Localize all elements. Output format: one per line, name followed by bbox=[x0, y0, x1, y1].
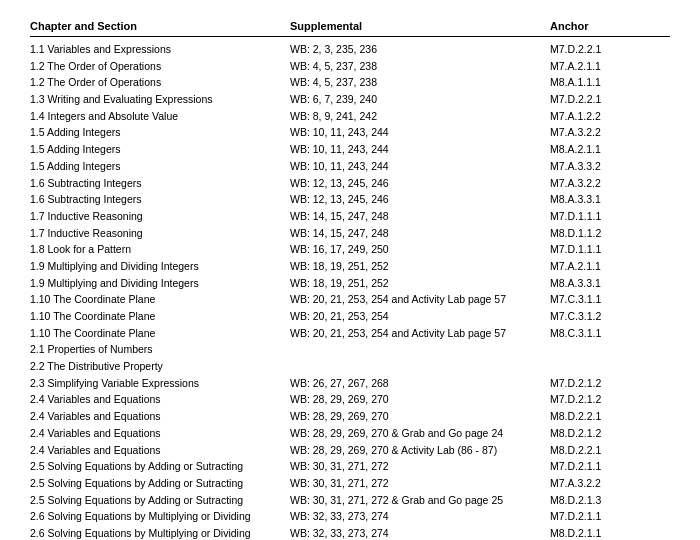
supplemental-cell: WB: 2, 3, 235, 236 bbox=[290, 42, 550, 57]
anchor-cell: M7.D.1.1.1 bbox=[550, 209, 670, 224]
chapter-cell: 1.1 Variables and Expressions bbox=[30, 42, 290, 57]
anchor-header: Anchor bbox=[550, 20, 670, 32]
chapter-cell: 1.7 Inductive Reasoning bbox=[30, 209, 290, 224]
supplemental-cell: WB: 30, 31, 271, 272 bbox=[290, 459, 550, 474]
anchor-cell: M7.D.2.2.1 bbox=[550, 92, 670, 107]
supplemental-cell: WB: 8, 9, 241, 242 bbox=[290, 109, 550, 124]
chapter-cell: 2.4 Variables and Equations bbox=[30, 426, 290, 441]
supplemental-cell: WB: 32, 33, 273, 274 bbox=[290, 509, 550, 524]
supplemental-cell: WB: 12, 13, 245, 246 bbox=[290, 192, 550, 207]
supplemental-cell: WB: 32, 33, 273, 274 bbox=[290, 526, 550, 540]
table-row: 1.10 The Coordinate PlaneWB: 20, 21, 253… bbox=[30, 325, 670, 342]
supplemental-cell: WB: 12, 13, 245, 246 bbox=[290, 176, 550, 191]
chapter-cell: 2.5 Solving Equations by Adding or Sutra… bbox=[30, 476, 290, 491]
anchor-cell: M7.D.2.1.2 bbox=[550, 392, 670, 407]
supplemental-cell: WB: 28, 29, 269, 270 bbox=[290, 392, 550, 407]
table-row: 2.4 Variables and EquationsWB: 28, 29, 2… bbox=[30, 408, 670, 425]
table-row: 2.4 Variables and EquationsWB: 28, 29, 2… bbox=[30, 425, 670, 442]
anchor-cell: M7.A.3.2.2 bbox=[550, 125, 670, 140]
table-row: 1.7 Inductive ReasoningWB: 14, 15, 247, … bbox=[30, 225, 670, 242]
table-row: 2.5 Solving Equations by Adding or Sutra… bbox=[30, 492, 670, 509]
chapter-cell: 2.2 The Distributive Property bbox=[30, 359, 290, 374]
supplemental-cell: WB: 14, 15, 247, 248 bbox=[290, 226, 550, 241]
table-row: 2.2 The Distributive Property bbox=[30, 358, 670, 375]
table-body: 1.1 Variables and ExpressionsWB: 2, 3, 2… bbox=[30, 41, 670, 540]
table-row: 2.5 Solving Equations by Adding or Sutra… bbox=[30, 475, 670, 492]
anchor-cell: M8.A.2.1.1 bbox=[550, 142, 670, 157]
supplemental-cell: WB: 30, 31, 271, 272 & Grab and Go page … bbox=[290, 493, 550, 508]
table-row: 2.6 Solving Equations by Multiplying or … bbox=[30, 525, 670, 540]
supplemental-cell: WB: 16, 17, 249, 250 bbox=[290, 242, 550, 257]
chapter-cell: 1.3 Writing and Evaluating Expressions bbox=[30, 92, 290, 107]
table-row: 1.3 Writing and Evaluating ExpressionsWB… bbox=[30, 91, 670, 108]
table-row: 1.10 The Coordinate PlaneWB: 20, 21, 253… bbox=[30, 308, 670, 325]
supplemental-cell: WB: 20, 21, 253, 254 and Activity Lab pa… bbox=[290, 326, 550, 341]
chapter-cell: 1.7 Inductive Reasoning bbox=[30, 226, 290, 241]
table-row: 1.9 Multiplying and Dividing IntegersWB:… bbox=[30, 258, 670, 275]
anchor-cell: M8.D.2.1.2 bbox=[550, 426, 670, 441]
anchor-cell: M8.C.3.1.1 bbox=[550, 326, 670, 341]
chapter-cell: 1.2 The Order of Operations bbox=[30, 75, 290, 90]
supplemental-cell: WB: 18, 19, 251, 252 bbox=[290, 276, 550, 291]
table-row: 1.5 Adding IntegersWB: 10, 11, 243, 244M… bbox=[30, 158, 670, 175]
supplemental-cell: WB: 6, 7, 239, 240 bbox=[290, 92, 550, 107]
chapter-cell: 2.1 Properties of Numbers bbox=[30, 342, 290, 357]
chapter-cell: 2.5 Solving Equations by Adding or Sutra… bbox=[30, 493, 290, 508]
anchor-cell: M7.D.2.1.2 bbox=[550, 376, 670, 391]
table-header: Chapter and Section Supplemental Anchor bbox=[30, 20, 670, 37]
anchor-cell: M7.A.2.1.1 bbox=[550, 59, 670, 74]
content-table: Chapter and Section Supplemental Anchor … bbox=[30, 20, 670, 540]
table-row: 1.4 Integers and Absolute ValueWB: 8, 9,… bbox=[30, 108, 670, 125]
chapter-cell: 1.5 Adding Integers bbox=[30, 159, 290, 174]
supplemental-cell: WB: 30, 31, 271, 272 bbox=[290, 476, 550, 491]
supplemental-cell: WB: 20, 21, 253, 254 and Activity Lab pa… bbox=[290, 292, 550, 307]
chapter-cell: 2.3 Simplifying Variable Expressions bbox=[30, 376, 290, 391]
anchor-cell bbox=[550, 359, 670, 374]
table-row: 2.1 Properties of Numbers bbox=[30, 341, 670, 358]
table-row: 2.4 Variables and EquationsWB: 28, 29, 2… bbox=[30, 442, 670, 459]
chapter-cell: 1.5 Adding Integers bbox=[30, 142, 290, 157]
anchor-cell: M7.A.1.2.2 bbox=[550, 109, 670, 124]
table-row: 1.2 The Order of OperationsWB: 4, 5, 237… bbox=[30, 58, 670, 75]
chapter-cell: 2.4 Variables and Equations bbox=[30, 392, 290, 407]
table-row: 2.6 Solving Equations by Multiplying or … bbox=[30, 508, 670, 525]
supplemental-cell bbox=[290, 359, 550, 374]
supplemental-cell: WB: 26, 27, 267, 268 bbox=[290, 376, 550, 391]
table-row: 1.8 Look for a PatternWB: 16, 17, 249, 2… bbox=[30, 241, 670, 258]
chapter-cell: 2.6 Solving Equations by Multiplying or … bbox=[30, 526, 290, 540]
table-row: 1.2 The Order of OperationsWB: 4, 5, 237… bbox=[30, 74, 670, 91]
table-row: 2.3 Simplifying Variable ExpressionsWB: … bbox=[30, 375, 670, 392]
supplemental-cell: WB: 28, 29, 269, 270 & Grab and Go page … bbox=[290, 426, 550, 441]
chapter-cell: 1.5 Adding Integers bbox=[30, 125, 290, 140]
chapter-cell: 2.4 Variables and Equations bbox=[30, 443, 290, 458]
anchor-cell: M8.A.3.3.1 bbox=[550, 276, 670, 291]
supplemental-cell: WB: 4, 5, 237, 238 bbox=[290, 59, 550, 74]
chapter-cell: 1.9 Multiplying and Dividing Integers bbox=[30, 259, 290, 274]
chapter-cell: 2.5 Solving Equations by Adding or Sutra… bbox=[30, 459, 290, 474]
table-row: 1.10 The Coordinate PlaneWB: 20, 21, 253… bbox=[30, 291, 670, 308]
anchor-cell: M8.D.1.1.2 bbox=[550, 226, 670, 241]
anchor-cell bbox=[550, 342, 670, 357]
anchor-cell: M7.D.2.1.1 bbox=[550, 459, 670, 474]
supplemental-cell: WB: 28, 29, 269, 270 & Activity Lab (86 … bbox=[290, 443, 550, 458]
supplemental-cell bbox=[290, 342, 550, 357]
table-row: 1.5 Adding IntegersWB: 10, 11, 243, 244M… bbox=[30, 141, 670, 158]
chapter-cell: 2.6 Solving Equations by Multiplying or … bbox=[30, 509, 290, 524]
table-row: 2.4 Variables and EquationsWB: 28, 29, 2… bbox=[30, 391, 670, 408]
chapter-cell: 1.10 The Coordinate Plane bbox=[30, 326, 290, 341]
anchor-cell: M7.A.3.2.2 bbox=[550, 476, 670, 491]
chapter-cell: 1.6 Subtracting Integers bbox=[30, 176, 290, 191]
table-row: 1.7 Inductive ReasoningWB: 14, 15, 247, … bbox=[30, 208, 670, 225]
table-row: 1.6 Subtracting IntegersWB: 12, 13, 245,… bbox=[30, 191, 670, 208]
table-row: 1.5 Adding IntegersWB: 10, 11, 243, 244M… bbox=[30, 124, 670, 141]
supplemental-cell: WB: 10, 11, 243, 244 bbox=[290, 142, 550, 157]
anchor-cell: M7.A.2.1.1 bbox=[550, 259, 670, 274]
supplemental-cell: WB: 4, 5, 237, 238 bbox=[290, 75, 550, 90]
table-row: 2.5 Solving Equations by Adding or Sutra… bbox=[30, 458, 670, 475]
anchor-cell: M8.D.2.1.1 bbox=[550, 526, 670, 540]
supplemental-header: Supplemental bbox=[290, 20, 550, 32]
anchor-cell: M8.A.1.1.1 bbox=[550, 75, 670, 90]
supplemental-cell: WB: 18, 19, 251, 252 bbox=[290, 259, 550, 274]
chapter-cell: 1.10 The Coordinate Plane bbox=[30, 309, 290, 324]
table-row: 1.9 Multiplying and Dividing IntegersWB:… bbox=[30, 275, 670, 292]
